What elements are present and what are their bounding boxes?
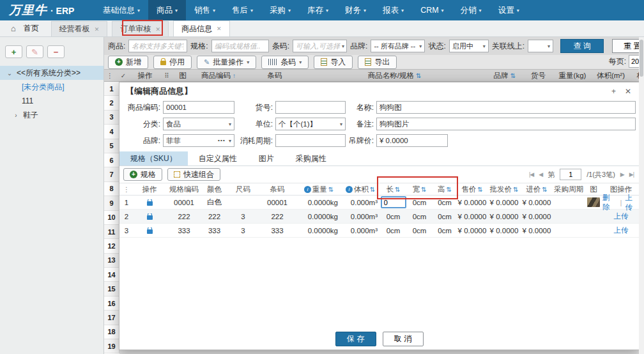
vertical-scrollbar[interactable] [639,37,644,354]
category-select[interactable]: 食品 ▾ [163,118,234,130]
tab-images[interactable]: 图片 [248,151,285,165]
col-wholesale[interactable]: 批发价 ⇅ [487,185,521,194]
col-art-no[interactable]: 货号 [524,71,553,81]
col-product-name[interactable]: 商品名称/规格 ⇅ [303,71,486,81]
disable-product-button[interactable]: 停用 [153,56,192,69]
next-page-icon[interactable]: ▶ [620,171,624,178]
row-number[interactable]: 15 [104,282,119,296]
sort-icon[interactable]: ⇅ [416,72,421,79]
product-thumbnail[interactable] [587,197,600,207]
quick-combo-button[interactable]: 快速组合 [167,168,220,181]
menu-item[interactable]: 商品 ▾ [148,0,186,20]
tree-collapsed-icon[interactable]: › [13,112,19,119]
status-filter-select[interactable]: 启用中 ▾ [449,40,489,52]
col-volume[interactable]: 体积(m²) [592,71,629,81]
lock-icon[interactable] [131,199,168,206]
row-handle-icon[interactable]: ⋮ [122,186,131,193]
col-weight[interactable]: 重量(kg) [553,71,592,81]
last-page-icon[interactable]: ▶| [629,171,634,178]
dialog-add-icon[interactable]: + [611,87,616,96]
upload-image-link[interactable]: 上传 [614,212,629,221]
product-filter-input[interactable] [128,40,187,52]
edit-category-button[interactable]: ✎ [26,45,43,58]
row-number[interactable]: 10 [104,211,119,225]
menu-item[interactable]: 基础信息 ▾ [95,0,148,20]
scrollbar-thumb[interactable] [640,40,643,77]
row-number[interactable]: 3 [104,111,119,125]
col-length[interactable]: 长 ⇅ [380,185,406,194]
drag-columns-icon[interactable]: ⠿ [159,72,174,79]
col-weight[interactable]: i 重量 ⇅ [297,185,341,194]
tree-expand-icon[interactable]: ⌄ [6,70,13,77]
import-button[interactable]: 导入 [314,56,353,69]
sort-icon[interactable]: ⇅ [542,186,547,193]
sku-row-1[interactable]: 1 00001 白色 00001 0.0000kg 0.000m³ 0cm 0c… [119,196,639,210]
brand-more-icon[interactable]: ⋯ [217,136,225,145]
menu-item[interactable]: 财务 ▾ [337,0,374,20]
barcode-button[interactable]: 条码 ▾ [261,56,309,69]
row-number[interactable]: 18 [104,325,119,339]
tag-price-input[interactable] [376,134,448,147]
tab-purchase-attrs[interactable]: 采购属性 [285,151,337,165]
col-height[interactable]: 高 ⇅ [433,185,457,194]
delete-image-link[interactable]: 删除 [602,193,617,212]
unit-select[interactable]: 个【个(1)】 ▾ [275,118,346,130]
menu-item[interactable]: 报表 ▾ [374,0,412,20]
row-number[interactable]: 16 [104,296,119,311]
add-spec-button[interactable]: + 规格 [123,168,162,181]
remove-category-button[interactable]: − [47,45,65,58]
spec-filter-input[interactable] [211,40,269,52]
row-number[interactable]: 4 [104,125,119,139]
tab-custom-attrs[interactable]: 自定义属性 [188,151,248,165]
row-number[interactable]: 19 [104,339,119,353]
menu-item[interactable]: 库存 ▾ [299,0,337,20]
row-number[interactable]: 7 [104,167,119,181]
sort-icon[interactable]: ⇅ [370,186,375,193]
row-number[interactable]: 13 [104,254,119,268]
menu-item[interactable]: 销售 ▾ [186,0,224,20]
row-number[interactable]: 2 [104,96,119,110]
cancel-button[interactable]: 取 消 [383,332,424,346]
art-no-input[interactable] [275,101,346,114]
row-number[interactable]: 8 [104,182,119,196]
sort-icon[interactable]: ⇅ [510,72,516,79]
name-input[interactable] [376,101,636,114]
page-tab[interactable]: 商品信息 ✕ [173,20,230,36]
save-button[interactable]: 保 存 [335,332,376,346]
page-tab[interactable]: 经营看板 ✕ [51,21,108,36]
first-page-icon[interactable]: |◀ [529,171,533,178]
sort-icon[interactable]: ⇅ [513,186,518,193]
length-input[interactable] [381,196,406,208]
tree-item-111[interactable]: 111 [0,94,103,108]
add-category-button[interactable]: + [5,45,22,58]
dialog-close-icon[interactable]: ✕ [625,87,631,96]
close-icon[interactable]: ✕ [155,26,160,33]
menu-item[interactable]: 分销 ▾ [452,0,490,20]
row-number[interactable]: 1 [104,82,119,96]
sort-icon[interactable]: ⇅ [477,186,482,193]
tab-home[interactable]: ⌂ 首页 [3,20,47,36]
tree-item-uncategorized[interactable]: [未分类商品] [0,80,103,94]
row-number[interactable]: 9 [104,196,119,210]
row-handle-icon[interactable]: ⋮ [104,72,116,79]
sort-icon[interactable]: ⇅ [421,186,426,193]
sku-row-2[interactable]: 2 222 222 3 222 0.0000kg 0.000m³ 0cm 0cm… [119,210,639,224]
row-number[interactable]: 6 [104,153,119,167]
col-brand[interactable]: 品牌 ⇅ [486,71,524,81]
export-button[interactable]: 导出 [358,56,397,69]
product-code-input[interactable] [163,101,234,114]
page-tab[interactable]: 订单审核 ✕ [112,21,169,36]
sort-icon[interactable]: ⇅ [328,186,334,193]
cycle-input[interactable] [275,134,346,147]
row-number[interactable]: 12 [104,239,119,253]
col-price[interactable]: 售价 ⇅ [457,185,487,194]
row-number[interactable]: 14 [104,268,119,282]
tree-item-shoes[interactable]: › 鞋子 [0,108,103,122]
menu-item[interactable]: CRM ▾ [412,0,452,20]
sort-icon[interactable]: ⇅ [395,186,400,193]
brand-select[interactable]: 菲菲 ⋯ ▾ [163,134,234,147]
barcode-filter-select[interactable]: 可输入,可选择 ▾ [293,40,347,52]
lock-icon[interactable] [131,227,168,234]
sort-asc-icon[interactable]: ↑ [233,72,236,79]
tree-item-all-categories[interactable]: ⌄ <<所有系统分类>> [0,66,103,80]
